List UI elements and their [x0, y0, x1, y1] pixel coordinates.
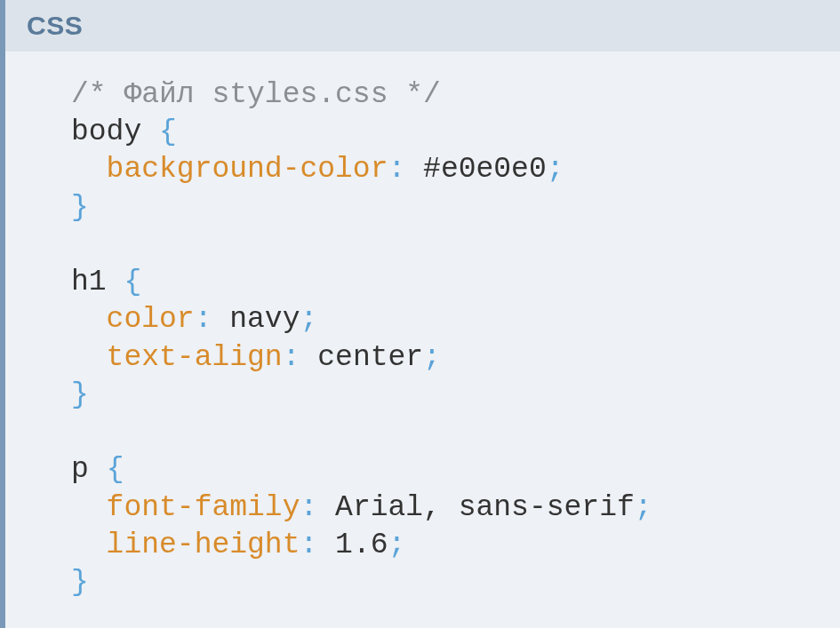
- property-token: color: [107, 303, 195, 336]
- colon-token: :: [300, 529, 317, 561]
- comment-token: /* Файл styles.css */: [71, 78, 441, 111]
- code-block: CSS /* Файл styles.css */ body { backgro…: [0, 0, 840, 628]
- code-language-label: CSS: [5, 0, 840, 52]
- brace-close-token: }: [71, 378, 89, 411]
- colon-token: :: [195, 303, 212, 336]
- property-token: text-align: [107, 341, 283, 374]
- selector-token: h1: [71, 266, 107, 298]
- code-line-comment: /* Файл styles.css */: [71, 76, 840, 114]
- code-line-blank: [71, 227, 840, 264]
- semicolon-token: ;: [388, 529, 406, 561]
- code-line-blank: [71, 414, 840, 451]
- property-token: line-height: [107, 529, 300, 561]
- value-token: Arial, sans-serif: [335, 491, 635, 524]
- selector-token: body: [71, 115, 141, 148]
- code-line-selector: body {: [71, 114, 840, 151]
- property-token: background-color: [107, 153, 388, 186]
- brace-open-token: {: [159, 115, 177, 148]
- code-line-selector: h1 {: [71, 264, 840, 301]
- value-token: center: [317, 341, 423, 374]
- selector-token: p: [71, 453, 89, 486]
- value-token: 1.6: [335, 529, 388, 561]
- code-line-brace-close: }: [71, 189, 840, 227]
- value-token: navy: [229, 303, 300, 336]
- code-line-declaration: color: navy;: [71, 301, 840, 338]
- semicolon-token: ;: [423, 341, 441, 374]
- code-line-declaration: font-family: Arial, sans-serif;: [71, 489, 840, 527]
- code-line-declaration: line-height: 1.6;: [71, 527, 840, 564]
- code-line-declaration: background-color: #e0e0e0;: [71, 151, 840, 188]
- brace-close-token: }: [71, 191, 89, 224]
- brace-open-token: {: [107, 453, 124, 486]
- colon-token: :: [300, 491, 317, 524]
- colon-token: :: [283, 341, 300, 374]
- code-line-selector: p {: [71, 451, 840, 489]
- code-line-brace-close: }: [71, 564, 840, 601]
- semicolon-token: ;: [635, 491, 652, 524]
- colon-token: :: [388, 153, 405, 186]
- brace-close-token: }: [71, 566, 89, 599]
- value-token: #e0e0e0: [423, 153, 547, 186]
- code-body: /* Файл styles.css */ body { background-…: [5, 52, 840, 601]
- code-line-brace-close: }: [71, 377, 840, 414]
- property-token: font-family: [107, 491, 300, 524]
- code-line-declaration: text-align: center;: [71, 339, 840, 377]
- semicolon-token: ;: [300, 303, 317, 336]
- brace-open-token: {: [124, 266, 141, 298]
- semicolon-token: ;: [547, 153, 564, 186]
